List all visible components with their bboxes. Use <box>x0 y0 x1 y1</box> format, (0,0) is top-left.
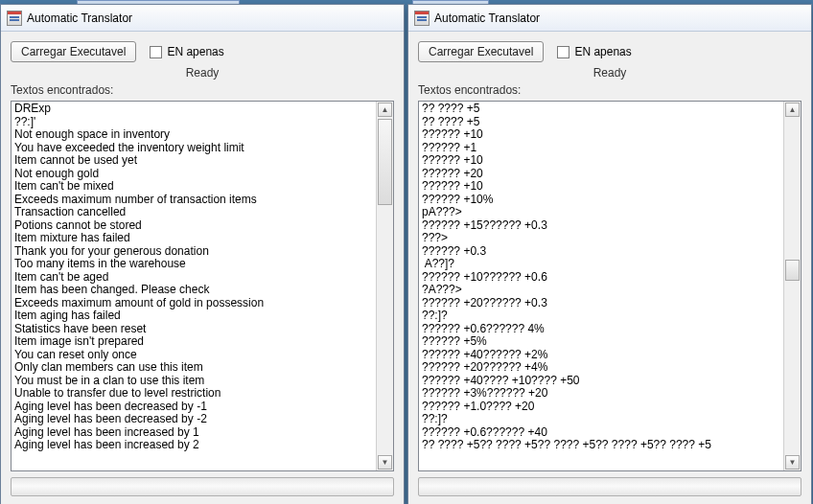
en-only-label: EN apenas <box>574 45 631 58</box>
list-item[interactable]: Transaction cancelled <box>14 206 373 219</box>
window-left: Automatic Translator Carregar Executavel… <box>0 4 405 504</box>
en-only-label: EN apenas <box>167 45 223 58</box>
list-item[interactable]: Item aging has failed <box>14 309 373 323</box>
list-item[interactable]: ?????? +15?????? +0.3 <box>422 219 780 233</box>
list-item[interactable]: Exceeds maximum amount of gold in posses… <box>14 297 373 310</box>
progress-bar <box>11 477 394 496</box>
load-executable-button[interactable]: Carregar Executavel <box>418 41 544 62</box>
scroll-up-button[interactable]: ▲ <box>378 103 392 117</box>
list-item[interactable]: ?????? +10% <box>422 194 780 207</box>
list-item[interactable]: Exceeds maximum number of transaction it… <box>14 194 373 207</box>
list-item[interactable]: You have exceeded the inventory weight l… <box>14 142 373 155</box>
list-item[interactable]: ??:]? <box>422 413 780 426</box>
list-item[interactable]: ?? ???? +5 <box>422 116 780 129</box>
list-item[interactable]: Only clan members can use this item <box>14 361 373 375</box>
checkbox-icon <box>150 46 162 58</box>
list-item[interactable]: ?????? +3%?????? +20 <box>422 387 780 401</box>
list-item[interactable]: ?????? +40???? +10???? +50 <box>422 375 780 388</box>
list-item[interactable]: Item can't be aged <box>14 271 373 285</box>
results-listbox[interactable]: DRExp??:]'Not enough space in inventoryY… <box>11 101 394 471</box>
status-label: Ready <box>418 66 801 80</box>
scroll-thumb[interactable] <box>378 119 392 205</box>
form-icon <box>7 11 22 26</box>
list-item[interactable]: ?????? +10 <box>422 154 780 168</box>
scroll-down-button[interactable]: ▼ <box>378 455 392 470</box>
list-item[interactable]: ?????? +20?????? +0.3 <box>422 297 780 310</box>
list-item[interactable]: Not enough space in inventory <box>14 128 373 142</box>
list-item[interactable]: ?????? +10?????? +0.6 <box>422 271 780 285</box>
list-item[interactable]: Thank you for your generous donation <box>14 245 373 259</box>
list-item[interactable]: Item can't be mixed <box>14 180 373 194</box>
results-listbox[interactable]: ?? ???? +5?? ???? +5?????? +10?????? +1?… <box>418 101 801 471</box>
list-item[interactable]: Not enough gold <box>14 168 373 181</box>
status-label: Ready <box>11 66 394 80</box>
list-item[interactable]: ?????? +20?????? +4% <box>422 361 780 375</box>
window-right: Automatic Translator Carregar Executavel… <box>407 4 812 504</box>
scrollbar[interactable]: ▲ ▼ <box>783 102 801 470</box>
list-item[interactable]: ?????? +10 <box>422 128 780 142</box>
scroll-down-button[interactable]: ▼ <box>785 455 800 470</box>
list-item[interactable]: Too many items in the warehouse <box>14 258 373 271</box>
list-item[interactable]: Item cannot be used yet <box>14 154 373 168</box>
found-label: Textos encontrados: <box>418 83 801 97</box>
titlebar[interactable]: Automatic Translator <box>408 5 811 32</box>
scroll-up-button[interactable]: ▲ <box>785 103 800 117</box>
list-item[interactable]: pA???> <box>422 206 780 219</box>
progress-bar <box>418 477 801 496</box>
list-item[interactable]: ???> <box>422 232 780 245</box>
list-item[interactable]: ?A???> <box>422 284 780 297</box>
list-item[interactable]: DRExp <box>14 103 373 116</box>
list-item[interactable]: Statistics have been reset <box>14 323 373 336</box>
list-item[interactable]: You can reset only once <box>14 349 373 362</box>
list-item[interactable]: Item has been changed. Please check <box>14 284 373 297</box>
form-icon <box>414 11 430 26</box>
list-item[interactable]: Aging level has been increased by 2 <box>14 439 373 452</box>
list-item[interactable]: You must be in a clan to use this item <box>14 375 373 388</box>
en-only-checkbox[interactable]: EN apenas <box>150 45 223 58</box>
scrollbar[interactable]: ▲ ▼ <box>376 102 393 470</box>
list-item[interactable]: Unable to transfer due to level restrict… <box>14 387 373 401</box>
list-item[interactable]: ?????? +40?????? +2% <box>422 349 780 362</box>
scroll-thumb[interactable] <box>785 260 800 281</box>
list-item[interactable]: Aging level has been increased by 1 <box>14 426 373 440</box>
list-item[interactable]: Aging level has been decreased by -1 <box>14 401 373 414</box>
list-item[interactable]: ??:]? <box>422 309 780 323</box>
window-title: Automatic Translator <box>27 11 132 25</box>
list-item[interactable]: ?????? +5% <box>422 335 780 349</box>
en-only-checkbox[interactable]: EN apenas <box>557 45 631 58</box>
list-item[interactable]: ?????? +20 <box>422 168 780 181</box>
list-item[interactable]: Item image isn't prepared <box>14 335 373 349</box>
list-item[interactable]: Aging level has been decreased by -2 <box>14 413 373 426</box>
load-executable-button[interactable]: Carregar Executavel <box>11 41 136 62</box>
list-item[interactable]: ?? ???? +5?? ???? +5?? ???? +5?? ???? +5… <box>422 439 780 452</box>
list-item[interactable]: Item mixture has failed <box>14 232 373 245</box>
list-item[interactable]: Potions cannot be stored <box>14 219 373 233</box>
list-item[interactable]: ?????? +1 <box>422 142 780 155</box>
list-item[interactable]: ?????? +0.6?????? 4% <box>422 323 780 336</box>
list-item[interactable]: ?????? +1.0???? +20 <box>422 401 780 414</box>
list-item[interactable]: ?? ???? +5 <box>422 103 780 116</box>
titlebar[interactable]: Automatic Translator <box>1 5 404 32</box>
window-title: Automatic Translator <box>434 11 540 25</box>
list-item[interactable]: A??]? <box>422 258 780 271</box>
checkbox-icon <box>557 46 569 58</box>
found-label: Textos encontrados: <box>11 83 394 97</box>
list-item[interactable]: ?????? +0.3 <box>422 245 780 259</box>
list-item[interactable]: ?????? +10 <box>422 180 780 194</box>
list-item[interactable]: ?????? +0.6?????? +40 <box>422 426 780 440</box>
list-item[interactable]: ??:]' <box>14 116 373 129</box>
